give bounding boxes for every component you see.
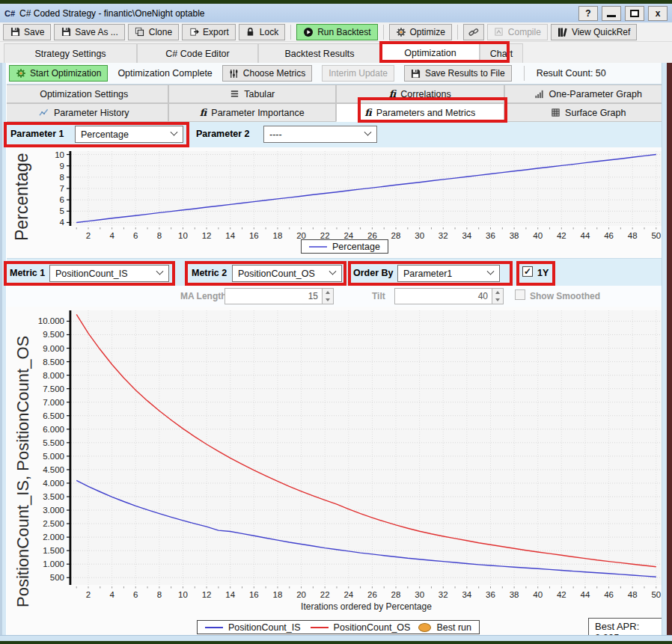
svg-text:12: 12 (202, 231, 212, 240)
optimize-label: Optimize (410, 27, 445, 37)
parameter2-value: ---- (269, 129, 282, 140)
one-year-label: 1Y (537, 268, 549, 278)
subtab-parameter-importance[interactable]: fi Parameter Importance (168, 103, 337, 122)
maximize-button[interactable] (625, 6, 644, 21)
show-smoothed-checkbox[interactable] (515, 289, 525, 300)
subtab-correlations[interactable]: fi Correlations (336, 85, 504, 103)
help-button[interactable]: ? (578, 6, 598, 21)
svg-text:18: 18 (273, 231, 283, 240)
title-bar: C# C# Coded Strategy - finantic\OneNight… (0, 4, 672, 22)
interim-update-button[interactable]: Interim Update (322, 65, 394, 82)
spin-down-icon[interactable] (323, 296, 333, 304)
svg-text:Iterations ordered by Percenta: Iterations ordered by Percentage (301, 601, 432, 612)
tab-optimization[interactable]: Optimization (381, 43, 480, 63)
svg-text:8.500: 8.500 (43, 358, 64, 367)
svg-text:36: 36 (486, 590, 495, 599)
svg-text:26: 26 (367, 590, 377, 599)
svg-text:16: 16 (249, 231, 259, 240)
lock-button[interactable]: Lock (239, 24, 285, 40)
svg-text:6.000: 6.000 (43, 425, 64, 434)
smoothing-controls-row: MA Length Tilt Show Smoothed (7, 286, 662, 307)
svg-text:24: 24 (343, 590, 353, 599)
tab-csharp-code-editor[interactable]: C# Code Editor (137, 43, 258, 63)
choose-metrics-button[interactable]: Choose Metrics (222, 65, 312, 82)
export-button[interactable]: Export (182, 24, 236, 40)
ma-length-stepper[interactable] (224, 288, 334, 304)
ma-length-input[interactable] (224, 288, 322, 304)
chart1-legend: Percentage (301, 239, 388, 254)
books-icon (558, 27, 568, 37)
subtab-surface-graph[interactable]: Surface Graph (504, 103, 672, 122)
svg-text:500: 500 (50, 573, 64, 582)
subtab-parameter-history[interactable]: Parameter History (0, 103, 168, 122)
tab-chart[interactable]: Chart (480, 43, 523, 63)
save-button[interactable]: Save (3, 24, 51, 40)
svg-text:7.500: 7.500 (43, 384, 64, 393)
save-as-button[interactable]: Save As ... (54, 24, 124, 40)
spin-up-icon[interactable] (323, 289, 333, 296)
run-backtest-button[interactable]: Run Backtest (296, 24, 377, 40)
spin-up-icon[interactable] (492, 289, 503, 296)
subtab-tabular[interactable]: Tabular (168, 85, 337, 103)
ma-length-label: MA Length (180, 291, 227, 301)
interim-update-label: Interim Update (329, 68, 388, 79)
subtab-parameters-and-metrics[interactable]: fi Parameters and Metrics (336, 103, 504, 122)
optimization-toolbar: Start Optimization Optimization Complete… (0, 63, 672, 85)
tilt-input[interactable] (394, 288, 492, 304)
order-by-dropdown[interactable]: Parameter1 (397, 265, 500, 282)
toolbar-separator (290, 25, 291, 40)
svg-text:9.000: 9.000 (43, 344, 64, 353)
save-results-icon (411, 68, 421, 79)
start-optimization-button[interactable]: Start Optimization (9, 65, 108, 82)
compile-button[interactable]: Compile (487, 24, 548, 40)
svg-text:8: 8 (157, 231, 162, 240)
minimize-icon (607, 15, 616, 17)
close-button[interactable]: x (648, 6, 668, 21)
svg-text:4.000: 4.000 (43, 479, 64, 488)
tab-backtest-results[interactable]: Backtest Results (258, 43, 381, 63)
link-button[interactable] (463, 24, 484, 40)
svg-text:48: 48 (628, 590, 638, 599)
svg-text:50: 50 (651, 231, 661, 240)
svg-text:8.000: 8.000 (43, 371, 64, 380)
optimization-status: Optimization Complete (117, 68, 212, 79)
metric-band: Metric 1 PositionCount_IS Metric 2 Posit… (0, 258, 672, 286)
subtab-one-parameter-graph[interactable]: One-Parameter Graph (504, 85, 672, 103)
svg-text:10: 10 (178, 231, 188, 240)
percentage-legend-label: Percentage (332, 242, 380, 252)
view-quickref-button[interactable]: View QuickRef (551, 24, 637, 40)
chart2-legend: PositionCount_IS PositionCount_OS Best r… (197, 620, 480, 634)
svg-text:2: 2 (86, 590, 91, 599)
one-year-checkbox[interactable]: ✓ (522, 266, 533, 277)
metric1-dropdown[interactable]: PositionCount_IS (49, 265, 169, 282)
tilt-stepper[interactable] (394, 288, 504, 304)
parameter1-dropdown[interactable]: Percentage (75, 126, 183, 143)
subtab-label: Surface Graph (565, 108, 626, 118)
percentage-legend-line (309, 246, 327, 248)
tab-strategy-settings[interactable]: Strategy Settings (4, 43, 137, 63)
export-icon (189, 27, 199, 37)
optimize-button[interactable]: Optimize (389, 24, 452, 40)
svg-text:34: 34 (462, 231, 471, 240)
main-tab-strip: Strategy Settings C# Code Editor Backtes… (4, 43, 523, 63)
gear-icon (396, 27, 406, 37)
save-results-button[interactable]: Save Results to File (404, 65, 512, 82)
svg-text:10: 10 (55, 150, 64, 159)
fi-icon: fi (364, 108, 371, 117)
parameter2-dropdown[interactable]: ---- (263, 126, 377, 143)
chevron-down-icon (156, 268, 164, 275)
metric2-dropdown[interactable]: PositionCount_OS (232, 265, 342, 282)
clone-button[interactable]: Clone (128, 24, 179, 40)
subtab-optimization-settings[interactable]: Optimization Settings (0, 85, 168, 103)
ma-length-spin-buttons[interactable] (322, 288, 334, 304)
tilt-spin-buttons[interactable] (492, 288, 504, 304)
sliders-icon (229, 68, 239, 79)
toolbar-separator (383, 25, 384, 40)
minimize-button[interactable] (602, 6, 621, 21)
lock-label: Lock (260, 27, 278, 37)
save-icon (10, 27, 20, 37)
svg-text:16: 16 (249, 590, 259, 599)
spin-down-icon[interactable] (492, 296, 503, 304)
svg-text:2: 2 (86, 231, 91, 240)
subtab-label: Parameters and Metrics (376, 108, 476, 118)
